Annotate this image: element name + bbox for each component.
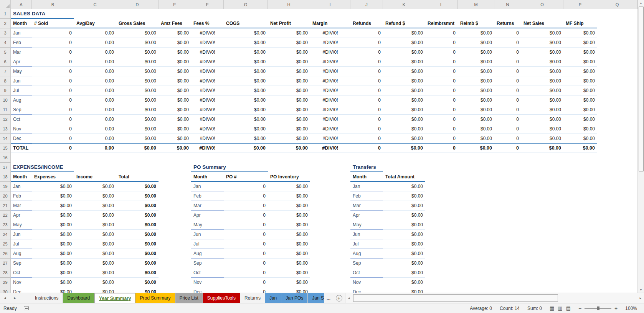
cell-d25[interactable]: $0.00 <box>116 239 159 249</box>
empty-cell[interactable] <box>310 9 350 19</box>
cell-f30[interactable]: Dec <box>191 287 224 293</box>
cell-o6[interactable]: $0.00 <box>521 57 563 67</box>
empty-cell[interactable] <box>425 172 458 182</box>
empty-cell[interactable] <box>116 163 159 172</box>
row-header-18[interactable]: 18 <box>0 172 11 182</box>
empty-cell[interactable] <box>74 153 116 163</box>
cell-j8[interactable]: 0 <box>350 76 383 86</box>
cell-h8[interactable]: $0.00 <box>268 76 310 86</box>
empty-cell[interactable] <box>597 172 637 182</box>
scroll-right-icon[interactable]: ► <box>637 293 644 303</box>
cell-g15[interactable]: $0.00 <box>224 143 268 153</box>
cell-c11[interactable]: 0.00 <box>74 105 116 115</box>
sheet-nav-right-button[interactable]: ► <box>10 293 20 303</box>
empty-cell[interactable] <box>494 268 521 278</box>
cell-d7[interactable]: $0.00 <box>116 67 159 76</box>
cell-m9[interactable]: $0.00 <box>458 86 494 96</box>
cell-j12[interactable]: 0 <box>350 115 383 124</box>
scroll-up-icon[interactable]: ▲ <box>638 0 644 6</box>
empty-cell[interactable] <box>191 153 224 163</box>
expenses-header-expenses[interactable]: Expenses <box>32 172 74 182</box>
row-header-6[interactable]: 6 <box>0 57 11 67</box>
cell-c24[interactable]: $0.00 <box>74 230 116 239</box>
cell-f23[interactable]: May <box>191 220 224 230</box>
empty-cell[interactable] <box>597 239 637 249</box>
empty-cell[interactable] <box>458 163 494 172</box>
empty-cell[interactable] <box>159 191 191 201</box>
empty-cell[interactable] <box>597 19 637 28</box>
cell-g26[interactable]: 0 <box>224 249 268 259</box>
empty-cell[interactable] <box>597 191 637 201</box>
cell-l11[interactable]: 0 <box>425 105 458 115</box>
zoom-slider[interactable] <box>585 308 611 309</box>
cell-f24[interactable]: Jun <box>191 230 224 239</box>
cell-k21[interactable]: $0.00 <box>383 201 425 211</box>
empty-cell[interactable] <box>159 182 191 191</box>
empty-cell[interactable] <box>494 287 521 293</box>
cell-c29[interactable]: $0.00 <box>74 278 116 287</box>
cell-f15[interactable]: #DIV/0! <box>191 143 224 153</box>
cell-k29[interactable]: $0.00 <box>383 278 425 287</box>
cell-h19[interactable]: $0.00 <box>268 182 310 191</box>
cell-j4[interactable]: 0 <box>350 38 383 48</box>
empty-cell[interactable] <box>74 9 116 19</box>
empty-cell[interactable] <box>563 259 597 268</box>
row-header-29[interactable]: 29 <box>0 278 11 287</box>
cell-l5[interactable]: 0 <box>425 48 458 57</box>
cell-b4[interactable]: 0 <box>32 38 74 48</box>
empty-cell[interactable] <box>159 9 191 19</box>
cell-l12[interactable]: 0 <box>425 115 458 124</box>
cell-k8[interactable]: $0.00 <box>383 76 425 86</box>
cell-i4[interactable]: #DIV/0! <box>310 38 350 48</box>
empty-cell[interactable] <box>425 220 458 230</box>
cell-p5[interactable]: $0.00 <box>563 48 597 57</box>
empty-cell[interactable] <box>383 153 425 163</box>
cell-k23[interactable]: $0.00 <box>383 220 425 230</box>
sales-header-margin[interactable]: Margin <box>310 19 350 28</box>
empty-cell[interactable] <box>597 268 637 278</box>
sales-header-net-profit[interactable]: Net Profit <box>268 19 310 28</box>
cell-k26[interactable]: $0.00 <box>383 249 425 259</box>
cell-c21[interactable]: $0.00 <box>74 201 116 211</box>
cell-d10[interactable]: $0.00 <box>116 96 159 105</box>
cell-g8[interactable]: $0.00 <box>224 76 268 86</box>
cell-e7[interactable]: $0.00 <box>159 67 191 76</box>
empty-cell[interactable] <box>458 211 494 220</box>
empty-cell[interactable] <box>521 220 563 230</box>
cell-j14[interactable]: 0 <box>350 134 383 143</box>
empty-cell[interactable] <box>159 201 191 211</box>
empty-cell[interactable] <box>521 172 563 182</box>
empty-cell[interactable] <box>425 153 458 163</box>
sheet-tab-prod-summary[interactable]: Prod Summary <box>135 293 175 303</box>
cell-c5[interactable]: 0.00 <box>74 48 116 57</box>
cell-b25[interactable]: $0.00 <box>32 239 74 249</box>
vertical-scroll-thumb[interactable] <box>639 7 644 171</box>
cell-m4[interactable]: $0.00 <box>458 38 494 48</box>
cell-e3[interactable]: $0.00 <box>159 28 191 38</box>
cell-j13[interactable]: 0 <box>350 124 383 134</box>
cell-c10[interactable]: 0.00 <box>74 96 116 105</box>
cell-j25[interactable]: Jul <box>350 239 383 249</box>
cell-d28[interactable]: $0.00 <box>116 268 159 278</box>
cell-k9[interactable]: $0.00 <box>383 86 425 96</box>
cell-h9[interactable]: $0.00 <box>268 86 310 96</box>
sales-header-amz-fees[interactable]: Amz Fees <box>159 19 191 28</box>
cell-b30[interactable]: $0.00 <box>32 287 74 293</box>
cell-f25[interactable]: Jul <box>191 239 224 249</box>
empty-cell[interactable] <box>494 191 521 201</box>
cell-a29[interactable]: Nov <box>11 278 32 287</box>
row-header-9[interactable]: 9 <box>0 86 11 96</box>
cell-f8[interactable]: #DIV/0! <box>191 76 224 86</box>
transfers-title[interactable]: Transfers <box>350 163 383 172</box>
cell-d26[interactable]: $0.00 <box>116 249 159 259</box>
column-header-c[interactable]: C <box>74 0 116 9</box>
cell-h13[interactable]: $0.00 <box>268 124 310 134</box>
cell-g22[interactable]: 0 <box>224 211 268 220</box>
empty-cell[interactable] <box>458 172 494 182</box>
cell-h24[interactable]: $0.00 <box>268 230 310 239</box>
horizontal-scrollbar[interactable]: ◄ ► <box>345 293 644 303</box>
column-header-a[interactable]: A <box>11 0 32 9</box>
cell-n9[interactable]: 0 <box>494 86 521 96</box>
empty-cell[interactable] <box>597 259 637 268</box>
empty-cell[interactable] <box>310 182 350 191</box>
